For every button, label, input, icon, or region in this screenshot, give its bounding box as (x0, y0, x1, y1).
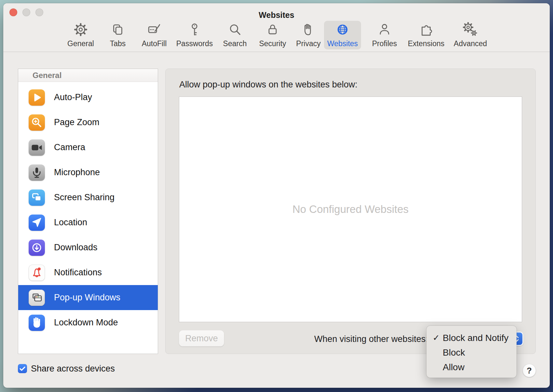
bell-icon (29, 265, 45, 281)
sidebar-item-auto-play[interactable]: Auto-Play (18, 85, 158, 110)
checkmark-icon: ✓ (433, 333, 442, 343)
magnifier-plus-icon (29, 114, 45, 131)
safari-settings-window: Websites General Tabs AutoFill (3, 3, 550, 388)
navigation-arrow-icon (29, 215, 45, 231)
puzzle-icon (419, 22, 434, 38)
hand-icon (301, 22, 316, 38)
search-icon (227, 22, 242, 38)
tab-label: Privacy (296, 40, 320, 49)
question-mark-icon: ? (527, 366, 532, 376)
raised-hand-icon (29, 315, 45, 331)
tab-label: Extensions (408, 40, 445, 49)
gears-icon (463, 22, 478, 38)
tab-label: Security (259, 40, 286, 49)
play-icon (29, 89, 45, 106)
tab-label: General (67, 40, 94, 49)
tab-general[interactable]: General (60, 21, 102, 49)
tab-label: Advanced (454, 40, 487, 49)
tab-extensions[interactable]: Extensions (405, 21, 447, 49)
sidebar-item-page-zoom[interactable]: Page Zoom (18, 110, 158, 135)
person-icon (377, 22, 392, 38)
gear-icon (73, 22, 88, 38)
popup-windows-icon (29, 290, 45, 306)
tab-advanced[interactable]: Advanced (449, 21, 492, 49)
sidebar: General Auto-Play Page Zoom (18, 69, 158, 354)
help-button[interactable]: ? (523, 364, 536, 377)
popup-menu: ✓ Block and Notify Block Allow (426, 326, 517, 378)
tab-autofill[interactable]: AutoFill (133, 21, 175, 49)
tab-search[interactable]: Search (214, 21, 256, 49)
sidebar-list: Auto-Play Page Zoom Camera (18, 82, 158, 335)
sidebar-item-location[interactable]: Location (18, 210, 158, 235)
tab-label: Search (223, 40, 247, 49)
tab-privacy[interactable]: Privacy (287, 21, 330, 49)
tab-tabs[interactable]: Tabs (97, 21, 139, 49)
sidebar-item-downloads[interactable]: Downloads (18, 235, 158, 260)
tab-label: Profiles (372, 40, 397, 49)
download-circle-icon (29, 240, 45, 256)
desktop: Websites General Tabs AutoFill (0, 0, 553, 392)
tab-profiles[interactable]: Profiles (363, 21, 406, 49)
check-icon (18, 364, 27, 373)
menu-item-block[interactable]: Block (426, 345, 517, 360)
autofill-pencil-icon (147, 22, 162, 38)
popup-settings-panel: Allow pop-up windows on the websites bel… (165, 69, 536, 354)
key-icon (187, 22, 202, 38)
window-title: Websites (3, 10, 550, 20)
screens-icon (29, 189, 45, 206)
sidebar-item-lockdown-mode[interactable]: Lockdown Mode (18, 310, 158, 335)
sidebar-section-header: General (18, 69, 158, 82)
microphone-icon (29, 164, 45, 181)
sidebar-item-notifications[interactable]: Notifications (18, 260, 158, 285)
sidebar-item-microphone[interactable]: Microphone (18, 160, 158, 185)
share-across-devices-label: Share across devices (31, 364, 115, 373)
tab-label: AutoFill (142, 40, 167, 49)
tab-label: Tabs (110, 40, 126, 49)
share-across-devices-checkbox[interactable] (18, 364, 27, 373)
tab-label: Websites (327, 40, 358, 49)
empty-list-placeholder: No Configured Websites (179, 97, 522, 322)
video-camera-icon (29, 139, 45, 156)
tabs-icon (110, 22, 125, 38)
sidebar-item-pop-up-windows[interactable]: Pop-up Windows (18, 285, 158, 310)
panel-heading: Allow pop-up windows on the websites bel… (179, 80, 357, 90)
sidebar-item-screen-sharing[interactable]: Screen Sharing (18, 185, 158, 210)
tab-passwords[interactable]: Passwords (173, 21, 216, 49)
tab-websites[interactable]: Websites (324, 21, 361, 49)
globe-icon (335, 22, 350, 38)
lock-icon (265, 22, 280, 38)
tab-label: Passwords (176, 40, 213, 49)
menu-item-allow[interactable]: Allow (426, 360, 517, 374)
configured-websites-list[interactable]: No Configured Websites (179, 97, 522, 322)
remove-button[interactable]: Remove (179, 330, 224, 346)
when-visiting-label: When visiting other websites: (314, 333, 428, 345)
sidebar-item-camera[interactable]: Camera (18, 135, 158, 160)
menu-item-block-and-notify[interactable]: ✓ Block and Notify (426, 331, 517, 345)
toolbar: Websites General Tabs AutoFill (3, 3, 550, 52)
